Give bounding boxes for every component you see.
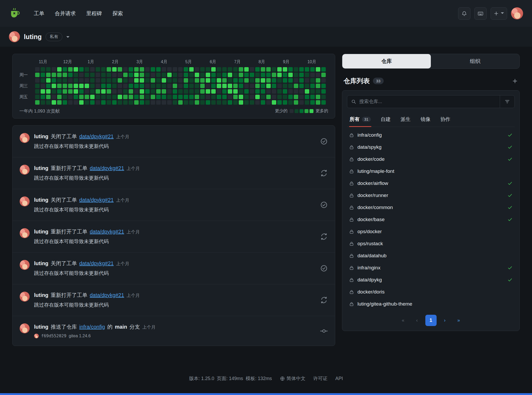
repo-issue-link[interactable]: data/dpykg#21 <box>90 292 124 298</box>
page-button[interactable]: ‹ <box>411 315 423 326</box>
check-icon <box>507 217 513 222</box>
actor-avatar[interactable] <box>20 323 30 333</box>
repo-row[interactable]: infra/nginx <box>347 262 515 274</box>
repo-row[interactable]: docker/doris <box>347 286 515 298</box>
actor-name[interactable]: luting <box>34 324 48 330</box>
actor-avatar[interactable] <box>20 260 30 270</box>
api-link[interactable]: API <box>335 376 343 381</box>
repo-row[interactable]: docker/airflow <box>347 177 515 189</box>
page-button-label: › <box>444 318 446 323</box>
issue-closed-icon <box>320 201 328 209</box>
repo-issue-link[interactable]: data/dpykg#21 <box>79 197 113 203</box>
actor-name[interactable]: luting <box>34 260 48 266</box>
actor-avatar[interactable] <box>20 133 30 143</box>
timestamp: 上个月 <box>127 166 140 172</box>
actor-avatar[interactable] <box>20 196 30 206</box>
repo-filter-tab[interactable]: 派生 <box>400 114 411 127</box>
new-repo-plus-icon[interactable] <box>512 78 518 84</box>
language-selector[interactable]: 简体中文 <box>280 375 306 382</box>
page-button[interactable]: » <box>453 315 464 326</box>
repo-filter-tab[interactable]: 镜像 <box>420 114 431 127</box>
repo-row[interactable]: ops/rustack <box>347 238 515 250</box>
nav-item[interactable]: 工单 <box>29 7 49 20</box>
repo-filter-tab[interactable]: 协作 <box>440 114 451 127</box>
repo-issue-link[interactable]: data/dpykg#21 <box>90 229 124 235</box>
month-label: 5月 <box>182 59 206 65</box>
nav-item[interactable]: 里程碑 <box>82 7 106 20</box>
legend-less-label: 更少的 <box>275 108 287 114</box>
page-button[interactable]: « <box>398 315 409 326</box>
user-avatar[interactable] <box>511 7 523 19</box>
chevron-down-icon <box>501 12 504 15</box>
filter-label: 镜像 <box>421 116 431 123</box>
page-button-label: » <box>457 318 460 323</box>
main-nav: 工单合并请求里程碑探索 <box>29 7 127 20</box>
commit-hash-link[interactable]: f69d552029 <box>41 333 66 338</box>
repo-row[interactable]: data/dpykg <box>347 274 515 286</box>
repo-row[interactable]: docker/common <box>347 201 515 213</box>
activity-body: luting 关闭了工单 data/dpykg#21 上个月 跳过存在版本可能导… <box>34 133 316 150</box>
profile-name[interactable]: luting <box>24 33 42 41</box>
repo-name: data/datahub <box>357 253 387 259</box>
month-label: 6月 <box>206 59 230 65</box>
top-navbar: 工单合并请求里程碑探索 <box>0 0 532 27</box>
repo-row[interactable]: docker/base <box>347 213 515 226</box>
heatmap-legend: 更少的 更多的 <box>275 108 328 114</box>
actor-name[interactable]: luting <box>34 292 48 298</box>
activity-item: luting 重新打开了工单 data/dpykg#21 上个月 跳过存在版本可… <box>13 157 335 189</box>
create-new-button[interactable] <box>491 7 507 20</box>
notifications-button[interactable] <box>458 7 470 20</box>
check-icon <box>507 132 513 138</box>
repo-row[interactable]: docker/code <box>347 153 515 165</box>
repo-row[interactable]: luting/gitea-github-theme <box>347 298 515 310</box>
actor-name[interactable]: luting <box>34 134 48 140</box>
repo-row[interactable]: infra/config <box>347 129 515 141</box>
gitea-logo-icon[interactable] <box>9 7 21 20</box>
footer-template-time: 模板: 132ms <box>246 375 272 382</box>
repo-name: docker/airflow <box>357 180 388 186</box>
repo-issue-link[interactable]: data/dpykg#21 <box>79 134 113 140</box>
repo-issue-link[interactable]: data/dpykg#21 <box>79 260 113 266</box>
nav-item[interactable]: 合并请求 <box>50 7 80 20</box>
check-icon <box>507 265 513 270</box>
repo-row[interactable]: luting/maple-font <box>347 165 515 177</box>
repo-row[interactable]: ops/docker <box>347 226 515 238</box>
repo-issue-link[interactable]: infra/config <box>79 324 105 330</box>
repo-issue-link[interactable]: data/dpykg#21 <box>90 165 124 171</box>
repo-row[interactable]: data/spykg <box>347 141 515 153</box>
month-label: 8月 <box>255 59 279 65</box>
page-button[interactable]: 1 <box>425 315 437 326</box>
lock-icon <box>349 241 354 246</box>
actor-avatar[interactable] <box>20 292 30 302</box>
repo-filter-tab[interactable]: 自建 <box>380 114 391 127</box>
panel-tab[interactable]: 仓库 <box>342 54 431 68</box>
month-label: 3月 <box>133 59 157 65</box>
repo-row[interactable]: docker/runner <box>347 189 515 201</box>
repo-filter-tab[interactable]: 所有 31 <box>349 114 371 127</box>
issue-title: 跳过存在版本可能导致未更新代码 <box>34 270 316 277</box>
repo-search <box>347 95 515 108</box>
panel-tab[interactable]: 组织 <box>431 54 519 68</box>
repo-filter-tabs: 所有 31 自建 派生 镜像 协作 <box>347 114 515 127</box>
nav-item-label: 合并请求 <box>55 10 76 16</box>
actor-name[interactable]: luting <box>34 165 48 171</box>
check-icon <box>507 145 513 150</box>
plus-icon <box>494 11 499 16</box>
repo-search-input[interactable] <box>359 99 500 104</box>
branch-name[interactable]: main <box>115 324 127 330</box>
nav-item[interactable]: 探索 <box>108 7 127 20</box>
license-link[interactable]: 许可证 <box>313 375 328 382</box>
actor-avatar[interactable] <box>20 165 30 175</box>
repo-filter-button[interactable] <box>500 95 514 108</box>
actor-avatar[interactable] <box>20 228 30 238</box>
activity-body: luting 关闭了工单 data/dpykg#21 上个月 跳过存在版本可能导… <box>34 196 316 213</box>
actor-name[interactable]: luting <box>34 197 48 203</box>
profile-avatar[interactable] <box>9 31 20 42</box>
activity-column: 11月12月1月2月3月4月5月6月7月8月9月10月 周一 周三 周五 一年内… <box>12 54 335 346</box>
keyboard-shortcuts-button[interactable] <box>474 7 487 20</box>
repo-row[interactable]: data/datahub <box>347 250 515 262</box>
check-icon <box>507 181 513 186</box>
profile-dropdown-caret[interactable] <box>66 36 69 39</box>
actor-name[interactable]: luting <box>34 229 48 235</box>
page-button[interactable]: › <box>439 315 450 326</box>
